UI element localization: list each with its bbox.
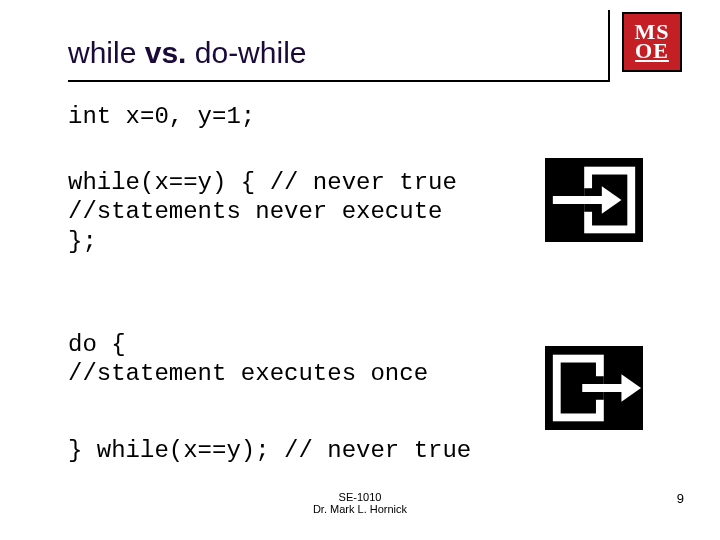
code-declaration: int x=0, y=1; [68,102,255,131]
footer-author: Dr. Mark L. Hornick [0,503,720,516]
slide: while vs. do-while MS OE int x=0, y=1; w… [0,0,720,540]
code-do-block-top: do { //statement executes once [68,330,428,389]
title-rule [68,80,608,82]
title-part-a: while [68,36,145,69]
logo-divider [608,10,610,82]
logo-line2: OE [635,42,669,61]
footer: SE-1010 Dr. Mark L. Hornick [0,491,720,516]
page-number: 9 [677,491,684,506]
code-while-block: while(x==y) { // never true //statements… [68,168,457,256]
footer-course: SE-1010 [0,491,720,504]
title-part-b: do-while [186,36,306,69]
slide-title: while vs. do-while [68,36,306,70]
exit-loop-icon [545,346,643,430]
enter-loop-icon [545,158,643,242]
code-do-block-bottom: } while(x==y); // never true [68,436,471,465]
msoe-logo: MS OE [622,12,682,72]
title-vs: vs. [145,36,187,69]
